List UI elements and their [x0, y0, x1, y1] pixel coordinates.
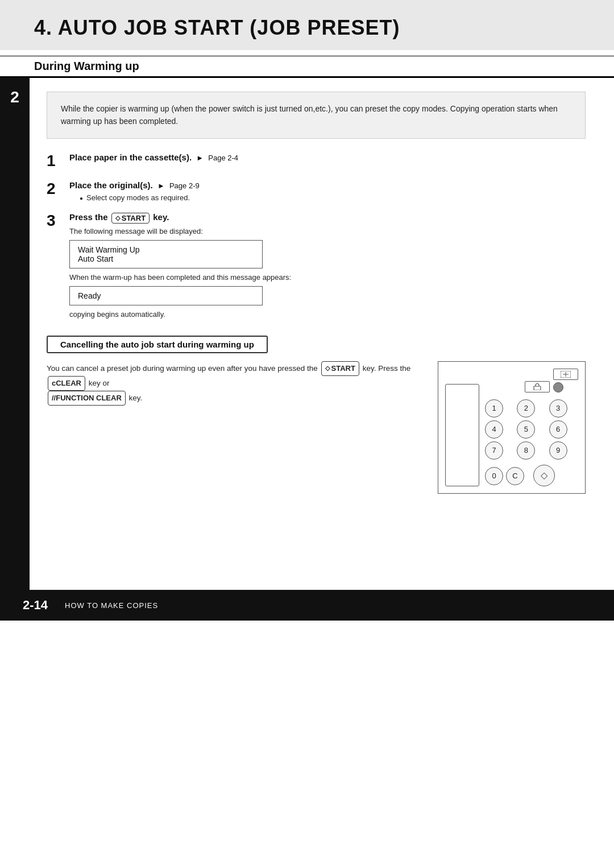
key-9: 9: [549, 441, 567, 460]
cancel-start-icon: ◇: [325, 363, 330, 374]
msg2-intro: When the warm-up has been completed and …: [69, 273, 586, 282]
key-icon-contrast: [553, 369, 578, 380]
msg-box-2: Ready: [69, 286, 263, 305]
tab-marker: 2: [0, 78, 30, 590]
key-4: 4: [485, 420, 503, 439]
keypad-bottom-row: 0 C: [485, 467, 524, 485]
page-title: 4. AUTO JOB START (JOB PRESET): [34, 16, 580, 40]
msg-intro: The following message will be displayed:: [69, 227, 586, 235]
page: 4. AUTO JOB START (JOB PRESET) During Wa…: [0, 0, 614, 868]
step-3-content: Press the ◇START key. The following mess…: [69, 212, 586, 320]
msg1-line1: Wait Warming Up: [78, 245, 254, 254]
key-icon-lock: [525, 381, 550, 392]
step-2-arrow: ►: [157, 181, 165, 190]
keypad-circle-icon: [553, 382, 563, 392]
intro-box: While the copier is warming up (when the…: [47, 92, 586, 139]
content-area: While the copier is warming up (when the…: [30, 78, 614, 590]
step-2: 2 Place the original(s). ► Page 2-9 Sele…: [47, 180, 586, 202]
paper-tray-panel: [445, 384, 479, 486]
start-key-diagram: ◇: [533, 465, 555, 486]
function-clear-key: //FUNCTION CLEAR: [48, 391, 126, 406]
step-2-bullet: Select copy modes as required.: [80, 193, 586, 202]
msg-box-1: Wait Warming Up Auto Start: [69, 240, 263, 268]
cclear-key: cCLEAR: [48, 376, 85, 391]
footer-label: HOW TO MAKE COPIES: [65, 601, 158, 610]
section-title: During Warming up: [34, 60, 139, 72]
header: 4. AUTO JOB START (JOB PRESET): [0, 0, 614, 50]
step-3: 3 Press the ◇START key. The following me…: [47, 212, 586, 320]
step-1-content: Place paper in the cassette(s). ► Page 2…: [69, 152, 586, 163]
cancel-title-bar: Cancelling the auto job start during war…: [47, 336, 268, 353]
intro-text: While the copier is warming up (when the…: [61, 104, 558, 126]
cancel-body: You can cancel a preset job during warmi…: [47, 361, 586, 494]
step-1-number: 1: [47, 152, 69, 170]
start-key-icon: ◇: [115, 214, 120, 222]
section-title-bar: During Warming up: [0, 56, 614, 78]
start-key-badge: ◇START: [111, 213, 150, 224]
key-c: C: [506, 467, 524, 485]
step-2-content: Place the original(s). ► Page 2-9 Select…: [69, 180, 586, 202]
key-1: 1: [485, 399, 503, 418]
keypad-top-icons-row: [485, 369, 578, 392]
step-2-number: 2: [47, 180, 69, 198]
footer: 2-14 HOW TO MAKE COPIES: [0, 590, 614, 621]
key-2: 2: [517, 399, 535, 418]
cancel-start-key: ◇START: [321, 361, 359, 376]
step-1: 1 Place paper in the cassette(s). ► Page…: [47, 152, 586, 170]
number-grid: 1 2 3 4 5 6 7 8 9: [485, 399, 578, 460]
step-1-label: Place paper in the cassette(s). ► Page 2…: [69, 152, 586, 162]
key-0: 0: [485, 467, 503, 485]
msg1-line2: Auto Start: [78, 254, 254, 263]
msg2-line1: Ready: [78, 291, 254, 300]
main-content: 2 While the copier is warming up (when t…: [0, 78, 614, 590]
footer-page-number: 2-14: [23, 598, 48, 613]
keypad-right: 1 2 3 4 5 6 7 8 9: [485, 369, 578, 486]
step-1-arrow: ►: [196, 154, 204, 162]
cancel-text: You can cancel a preset job during warmi…: [47, 361, 421, 406]
cancel-section: Cancelling the auto job start during war…: [47, 336, 586, 494]
key-6: 6: [549, 420, 567, 439]
svg-rect-0: [534, 386, 541, 390]
cancel-title: Cancelling the auto job start during war…: [60, 340, 254, 349]
msg2-footer: copying begins automatically.: [69, 310, 586, 319]
key-5: 5: [517, 420, 535, 439]
step-2-label: Place the original(s). ► Page 2-9: [69, 180, 586, 190]
keypad-diagram: 1 2 3 4 5 6 7 8 9: [438, 361, 586, 494]
key-3: 3: [549, 399, 567, 418]
keypad-left-panel: [445, 369, 479, 486]
step-3-label: Press the ◇START key.: [69, 212, 586, 224]
key-7: 7: [485, 441, 503, 460]
key-8: 8: [517, 441, 535, 460]
step-3-number: 3: [47, 212, 69, 230]
